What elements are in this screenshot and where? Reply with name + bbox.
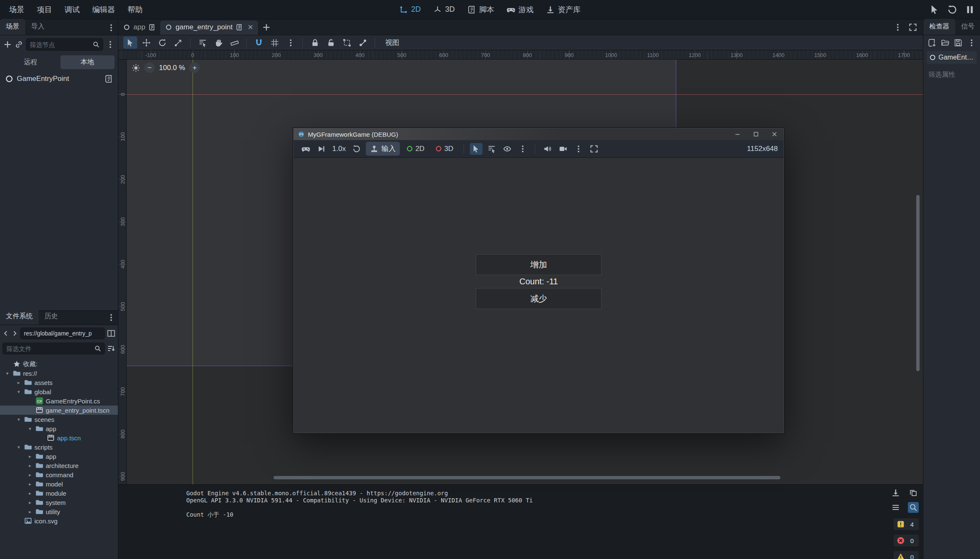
fs-item-res://[interactable]: ▾res:// <box>0 369 118 378</box>
zoom-out-button[interactable]: − <box>144 62 155 73</box>
zoom-level[interactable]: 100.0 % <box>159 64 185 72</box>
dock-tab-场景[interactable]: 场景 <box>0 19 25 35</box>
collapse-lines-button[interactable] <box>890 502 901 513</box>
pick-node-button[interactable] <box>470 143 482 155</box>
menu-item-项目[interactable]: 项目 <box>31 3 58 17</box>
reset-speed-button[interactable] <box>350 143 363 155</box>
viewport-options-icon[interactable] <box>132 64 140 72</box>
tree-arrow-icon[interactable]: ▸ <box>27 472 33 478</box>
inspector-tab-信号[interactable]: 信号 <box>955 19 980 35</box>
tree-arrow-icon[interactable]: ▾ <box>16 389 22 395</box>
inspector-tab-检查器[interactable]: 检查器 <box>923 19 955 35</box>
tree-arrow-icon[interactable]: ▾ <box>16 417 22 422</box>
embed-fullscreen-button[interactable] <box>588 143 600 155</box>
fs-item-icon.svg[interactable]: icon.svg <box>0 516 118 525</box>
fs-item-app[interactable]: ▸app <box>0 452 118 461</box>
load-resource-icon[interactable] <box>941 39 949 47</box>
local-button[interactable]: 本地 <box>60 55 115 69</box>
fs-item-scripts[interactable]: ▾scripts <box>0 442 118 452</box>
scene-tab-app[interactable]: app <box>118 21 160 35</box>
sort-files-icon[interactable] <box>107 344 115 353</box>
copy-output-button[interactable] <box>908 487 919 498</box>
viewport-hscrollbar[interactable] <box>274 476 780 479</box>
group-selection-button[interactable] <box>340 36 354 49</box>
rotate-tool[interactable] <box>155 36 169 49</box>
game-speed[interactable]: 1.0x <box>331 145 347 153</box>
save-resource-icon[interactable] <box>954 39 962 47</box>
move-tool[interactable] <box>139 36 153 49</box>
fs-item-game_entry_point.tscn[interactable]: game_entry_point.tscn <box>0 406 118 415</box>
scene-tree-root-node[interactable]: GameEntryPoint <box>0 72 118 86</box>
tree-arrow-icon[interactable]: ▸ <box>27 500 33 505</box>
snap-options-menu[interactable] <box>284 36 297 49</box>
scene-filter-input[interactable] <box>30 41 90 48</box>
dock-tab-导入[interactable]: 导入 <box>25 19 50 35</box>
fs-item-收藏:[interactable]: 收藏: <box>0 359 118 369</box>
fs-tab-历史[interactable]: 历史 <box>39 309 64 325</box>
warning-filter-badge[interactable]: 0 <box>894 551 919 559</box>
game-select-icon[interactable] <box>930 5 940 15</box>
zoom-in-button[interactable]: + <box>189 62 200 73</box>
menu-item-编辑器[interactable]: 编辑器 <box>86 3 121 17</box>
fs-item-GameEntryPoint.cs[interactable]: C#GameEntryPoint.cs <box>0 396 118 406</box>
fs-item-app[interactable]: ▾app <box>0 424 118 433</box>
scene-dock-menu-icon[interactable] <box>107 23 115 32</box>
workspace-3D[interactable]: 3D <box>428 3 460 16</box>
split-view-icon[interactable] <box>107 329 115 338</box>
scene-tab-game_entry_point[interactable]: game_entry_point× <box>160 21 258 35</box>
menu-item-场景[interactable]: 场景 <box>3 3 30 17</box>
select-tool[interactable] <box>123 36 137 49</box>
menu-item-帮助[interactable]: 帮助 <box>122 3 149 17</box>
increase-button[interactable]: 增加 <box>476 254 602 275</box>
tree-arrow-icon[interactable]: ▾ <box>4 371 10 376</box>
close-icon[interactable] <box>765 128 784 140</box>
joypad-button[interactable] <box>300 143 312 155</box>
tree-arrow-icon[interactable]: ▸ <box>16 380 22 385</box>
ruler-tool[interactable] <box>227 36 241 49</box>
fs-item-scenes[interactable]: ▾scenes <box>0 415 118 424</box>
fs-item-system[interactable]: ▸system <box>0 498 118 507</box>
list-select-tool[interactable] <box>195 36 209 49</box>
remote-button[interactable]: 远程 <box>3 55 58 69</box>
tree-arrow-icon[interactable]: ▾ <box>27 426 33 432</box>
scene-tree-menu-icon[interactable] <box>106 40 115 49</box>
visibility-button[interactable] <box>501 143 513 155</box>
tree-arrow-icon[interactable]: ▸ <box>27 491 33 496</box>
property-filter-input[interactable]: 筛选属性 <box>927 69 977 81</box>
fs-item-assets[interactable]: ▸assets <box>0 378 118 387</box>
camera-options-menu[interactable] <box>572 143 585 155</box>
camera-override-button[interactable] <box>557 143 569 155</box>
lock-selection-button[interactable] <box>308 36 322 49</box>
tree-arrow-icon[interactable]: ▸ <box>27 454 33 459</box>
menu-item-调试[interactable]: 调试 <box>59 3 86 17</box>
workspace-2D[interactable]: 2D <box>394 3 426 16</box>
fs-item-utility[interactable]: ▸utility <box>0 507 118 516</box>
game-pause-icon[interactable] <box>965 5 975 15</box>
inspected-node-row[interactable]: GameEntryPoint <box>927 51 977 64</box>
smart-snap-toggle[interactable] <box>252 36 266 49</box>
pan-tool[interactable] <box>211 36 225 49</box>
grid-snap-toggle[interactable] <box>268 36 281 49</box>
new-resource-icon[interactable] <box>928 39 936 47</box>
2d-mode-button[interactable]: 2D <box>403 143 429 155</box>
tree-arrow-icon[interactable]: ▾ <box>16 445 22 450</box>
back-icon[interactable] <box>3 330 9 337</box>
message-filter-badge[interactable]: 4 <box>894 518 919 530</box>
instance-scene-icon[interactable] <box>15 40 23 49</box>
tree-arrow-icon[interactable]: ▸ <box>27 509 33 515</box>
game-reload-icon[interactable] <box>947 5 957 15</box>
clear-output-button[interactable] <box>890 487 901 498</box>
fs-item-architecture[interactable]: ▸architecture <box>0 461 118 470</box>
node-list-button[interactable] <box>485 143 498 155</box>
minimize-icon[interactable] <box>728 128 747 140</box>
decrease-button[interactable]: 减少 <box>476 288 602 309</box>
add-node-icon[interactable] <box>3 40 12 49</box>
tree-arrow-icon[interactable]: ▸ <box>27 481 33 487</box>
unlock-selection-button[interactable] <box>324 36 338 49</box>
scene-tabs-menu-icon[interactable] <box>894 23 902 31</box>
input-mode-button[interactable]: 输入 <box>366 142 400 156</box>
close-tab-icon[interactable]: × <box>248 24 253 31</box>
skeleton-options-menu[interactable] <box>356 36 370 49</box>
view-menu-button[interactable]: 视图 <box>380 36 404 49</box>
game-window-titlebar[interactable]: MyGFrameworkGame (DEBUG) <box>294 128 784 140</box>
